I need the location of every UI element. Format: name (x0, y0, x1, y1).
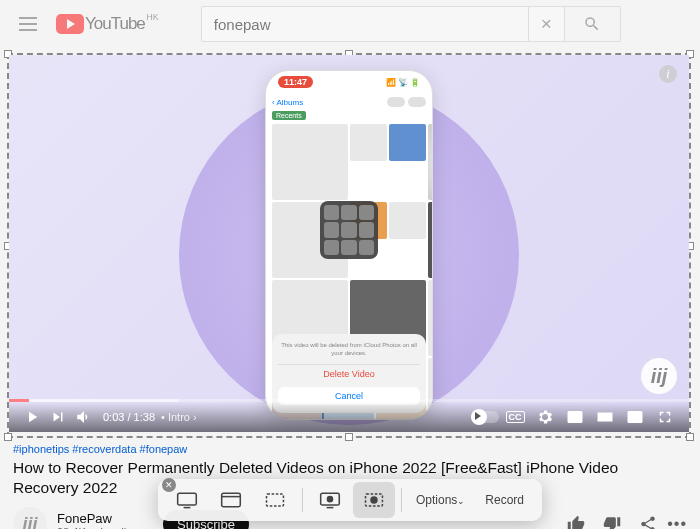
search-input[interactable] (201, 6, 529, 42)
clear-search-button[interactable]: × (529, 6, 565, 42)
theater-button[interactable] (591, 402, 619, 432)
logo-text: YouTube (85, 14, 145, 34)
search-container: × (201, 6, 621, 42)
logo-region: HK (146, 12, 159, 22)
channel-avatar[interactable]: iij (13, 507, 47, 529)
svg-rect-5 (178, 493, 197, 505)
svg-rect-2 (598, 413, 612, 421)
youtube-logo[interactable]: YouTube HK (56, 14, 145, 34)
resize-handle[interactable] (686, 433, 694, 441)
phone-back-button: ‹ Albums (272, 98, 303, 107)
toolbar-divider (302, 488, 303, 512)
iphone-mockup: 11:47 📶 📡 🔋 ‹ Albums Recents CROWNCROWN … (265, 70, 433, 420)
channel-watermark[interactable]: iij (641, 358, 677, 394)
svg-point-11 (327, 497, 332, 502)
search-icon (583, 15, 601, 33)
screenshot-toolbar[interactable]: ✕ Options⌄ Record (158, 479, 542, 521)
autoplay-toggle[interactable] (471, 402, 499, 432)
phone-status-icons: 📶 📡 🔋 (386, 78, 420, 87)
volume-button[interactable] (71, 402, 97, 432)
recents-label: Recents (272, 111, 306, 120)
phone-time: 11:47 (278, 76, 313, 88)
menu-icon[interactable] (16, 12, 40, 36)
video-actions (567, 515, 657, 529)
youtube-play-icon (56, 14, 84, 34)
share-button[interactable] (639, 515, 657, 529)
more-actions-button[interactable]: ••• (667, 515, 687, 529)
play-button[interactable] (19, 402, 45, 432)
search-button[interactable] (565, 6, 621, 42)
svg-rect-7 (222, 493, 241, 507)
dialog-message: This video will be deleted from iCloud P… (278, 342, 420, 358)
close-toolbar-button[interactable]: ✕ (162, 478, 176, 492)
toolbar-divider (401, 488, 402, 512)
phone-status-bar: 11:47 📶 📡 🔋 (266, 71, 432, 93)
video-player[interactable]: 11:47 📶 📡 🔋 ‹ Albums Recents CROWNCROWN … (9, 55, 689, 432)
info-icon[interactable]: i (659, 65, 677, 83)
fullscreen-button[interactable] (651, 402, 679, 432)
phone-nav: ‹ Albums (272, 97, 426, 107)
time-display: 0:03 / 1:38 (103, 411, 155, 423)
capture-selection-button[interactable] (254, 482, 296, 518)
capture-entire-screen-button[interactable]: ✕ (166, 482, 208, 518)
svg-rect-4 (634, 416, 640, 421)
player-controls: 0:03 / 1:38 • Intro › CC (9, 402, 689, 432)
delete-video-button: Delete Video (278, 364, 420, 383)
next-button[interactable] (45, 402, 71, 432)
svg-rect-1 (575, 417, 580, 421)
svg-rect-9 (267, 494, 284, 506)
cc-button[interactable]: CC (501, 402, 529, 432)
resize-handle[interactable] (345, 433, 353, 441)
svg-point-14 (371, 497, 377, 503)
options-dropdown[interactable]: Options⌄ (408, 493, 473, 507)
pip-button[interactable] (621, 402, 649, 432)
hashtags[interactable]: #iphonetips #recoverdata #fonepaw (13, 443, 687, 455)
chapter-label[interactable]: • Intro › (161, 411, 197, 423)
record-button[interactable]: Record (475, 493, 534, 507)
resize-handle[interactable] (4, 433, 12, 441)
channel-name[interactable]: FonePaw (57, 511, 145, 526)
like-button[interactable] (567, 515, 585, 529)
dislike-button[interactable] (603, 515, 621, 529)
miniplayer-button[interactable] (561, 402, 589, 432)
capture-window-button[interactable] (210, 482, 252, 518)
phone-control-center (320, 201, 378, 259)
top-bar: YouTube HK × (0, 0, 700, 48)
record-selection-button[interactable] (353, 482, 395, 518)
record-entire-screen-button[interactable] (309, 482, 351, 518)
settings-button[interactable] (531, 402, 559, 432)
